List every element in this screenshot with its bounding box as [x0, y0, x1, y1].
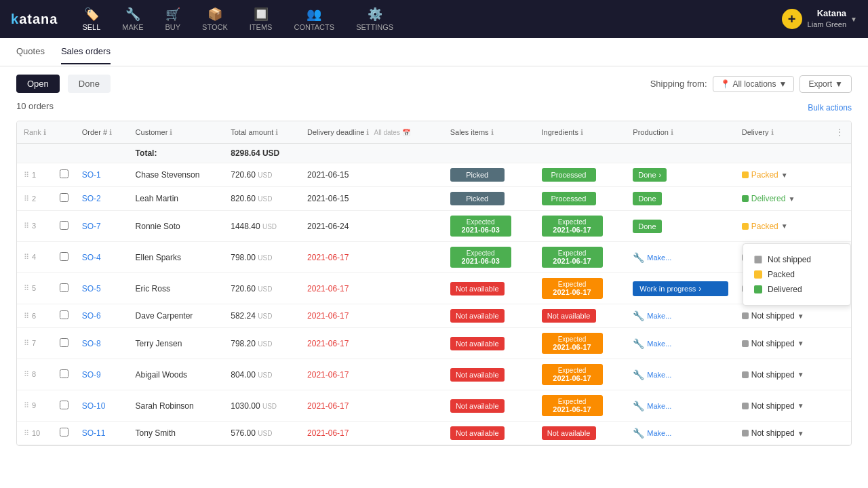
order-link-10[interactable]: SO-11	[82, 428, 106, 438]
sales-items-10: Not available	[443, 422, 535, 445]
customer-3: Ronnie Soto	[129, 211, 224, 242]
open-tab-button[interactable]: Open	[16, 75, 60, 93]
make-icon-8: 🔧	[633, 369, 644, 380]
row-checkbox-4[interactable]	[60, 252, 68, 261]
row-checkbox-6[interactable]	[60, 310, 68, 319]
order-link-2[interactable]: SO-2	[82, 194, 101, 203]
ingredients-10: Not available	[535, 422, 627, 445]
deadline-6: 2021-06-17	[300, 304, 443, 328]
customer-7: Terry Jensen	[129, 328, 224, 359]
legend-delivered-label: Delivered	[768, 285, 802, 294]
table-row: ⠿2 SO-2 Leah Martin 820.60 USD 2021-06-1…	[17, 187, 851, 211]
user-menu-chevron: ▼	[850, 16, 857, 23]
amount-5: 720.60 USD	[224, 273, 300, 304]
production-10: 🔧Make...	[626, 422, 734, 445]
drag-rank-10: ⠿10	[17, 422, 53, 445]
legend-delivered-dot	[754, 285, 762, 293]
legend-packed: Packed	[754, 267, 840, 282]
delivery-dropdown-2[interactable]: ▼	[788, 195, 795, 203]
nav-contacts[interactable]: 👥 CONTACTS	[285, 4, 342, 34]
delivery-dropdown-9[interactable]: ▼	[797, 402, 804, 409]
nav-contacts-label: CONTACTS	[294, 23, 334, 31]
delivery-2: Delivered ▼	[735, 187, 828, 211]
nav-stock[interactable]: 📦 STOCK	[194, 4, 236, 34]
nav-items[interactable]: 🔲 ITEMS	[241, 4, 281, 34]
drag-rank-9: ⠿9	[17, 390, 53, 422]
row-checkbox-2[interactable]	[60, 193, 68, 202]
make-icon-4: 🔧	[633, 252, 644, 263]
row-checkbox-7[interactable]	[60, 338, 68, 347]
delivery-dropdown-8[interactable]: ▼	[797, 371, 804, 378]
row-checkbox-3[interactable]	[60, 221, 68, 230]
ingredients-7: Expected2021-06-17	[535, 328, 627, 359]
nav-sell[interactable]: 🏷️ SELL	[74, 4, 108, 34]
col-more[interactable]: ⋮	[828, 121, 851, 144]
location-select[interactable]: 📍 All locations ▼	[713, 76, 795, 92]
row-checkbox-8[interactable]	[60, 369, 68, 378]
total-amount: 8298.64 USD	[231, 148, 279, 158]
orders-table-wrapper: Rank ℹ Order # ℹ Customer ℹ Total amount…	[16, 121, 852, 446]
nav-buy[interactable]: 🛒 BUY	[157, 4, 189, 34]
order-link-4[interactable]: SO-4	[82, 253, 101, 262]
location-chevron: ▼	[779, 79, 787, 89]
col-customer: Customer ℹ	[129, 121, 224, 144]
quotes-tab[interactable]: Quotes	[16, 39, 45, 64]
ingredients-4: Expected2021-06-17	[535, 242, 627, 273]
amount-2: 820.60 USD	[224, 187, 300, 211]
row-checkbox-5[interactable]	[60, 283, 68, 292]
legend-packed-label: Packed	[768, 270, 795, 279]
production-5: Work in progress ›	[626, 273, 734, 304]
amount-9: 1030.00 USD	[224, 390, 300, 422]
table-row: ⠿7 SO-8 Terry Jensen 798.20 USD 2021-06-…	[17, 328, 851, 359]
order-link-6[interactable]: SO-6	[82, 311, 101, 321]
amount-1: 720.60 USD	[224, 163, 300, 187]
items-icon: 🔲	[254, 7, 269, 22]
export-button[interactable]: Export ▼	[800, 75, 852, 93]
sales-items-6: Not available	[443, 304, 535, 328]
orders-table: Rank ℹ Order # ℹ Customer ℹ Total amount…	[17, 121, 851, 445]
order-link-8[interactable]: SO-9	[82, 370, 101, 380]
order-link-7[interactable]: SO-8	[82, 339, 101, 348]
order-link-3[interactable]: SO-7	[82, 222, 101, 231]
drag-rank-1: ⠿1	[17, 163, 53, 187]
bulk-actions-button[interactable]: Bulk actions	[808, 103, 852, 113]
customer-4: Ellen Sparks	[129, 242, 224, 273]
amount-4: 798.00 USD	[224, 242, 300, 273]
deadline-8: 2021-06-17	[300, 359, 443, 390]
row-checkbox-10[interactable]	[60, 428, 68, 436]
add-button[interactable]: +	[782, 9, 802, 29]
drag-rank-6: ⠿6	[17, 304, 53, 328]
row-checkbox-9[interactable]	[60, 401, 68, 409]
customer-5: Eric Ross	[129, 273, 224, 304]
delivery-dropdown-10[interactable]: ▼	[797, 430, 804, 437]
col-ingredients: Ingredients ℹ	[535, 121, 627, 144]
make-icon-10: 🔧	[633, 428, 644, 439]
delivery-1: Packed ▼	[735, 163, 828, 187]
sales-items-9: Not available	[443, 390, 535, 422]
legend-not-shipped-dot	[754, 256, 762, 264]
logo[interactable]: katana	[11, 12, 58, 27]
sales-items-7: Not available	[443, 328, 535, 359]
drag-rank-7: ⠿7	[17, 328, 53, 359]
delivery-dropdown-6[interactable]: ▼	[797, 312, 804, 320]
sales-items-4: Expected2021-06-03	[443, 242, 535, 273]
legend-not-shipped: Not shipped	[754, 252, 840, 267]
deadline-5: 2021-06-17	[300, 273, 443, 304]
nav-make[interactable]: 🔧 MAKE	[114, 4, 151, 34]
nav-settings[interactable]: ⚙️ SETTINGS	[348, 4, 401, 34]
toolbar: Open Done Shipping from: 📍 All locations…	[16, 66, 852, 98]
order-link-5[interactable]: SO-5	[82, 284, 101, 293]
ingredients-1: Processed	[535, 163, 627, 187]
delivery-dropdown-7[interactable]: ▼	[797, 340, 804, 347]
nav-items-label: ITEMS	[250, 23, 273, 31]
row-checkbox-1[interactable]	[60, 169, 68, 178]
done-tab-button[interactable]: Done	[68, 75, 111, 93]
order-link-9[interactable]: SO-10	[82, 401, 106, 411]
delivery-dropdown-1[interactable]: ▼	[781, 171, 788, 179]
sales-orders-tab[interactable]: Sales orders	[61, 39, 111, 64]
delivery-dropdown-3[interactable]: ▼	[781, 222, 788, 230]
delivery-10: Not shipped ▼	[735, 422, 828, 445]
order-link-1[interactable]: SO-1	[82, 170, 101, 180]
user-menu[interactable]: Katana Liam Green ▼	[808, 8, 857, 29]
deadline-10: 2021-06-17	[300, 422, 443, 445]
